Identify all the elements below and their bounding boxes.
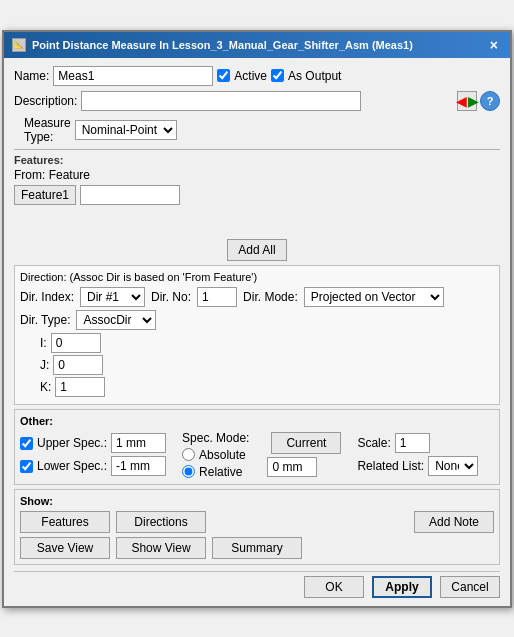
ok-button[interactable]: OK	[304, 576, 364, 598]
color-indicator: ◀ ▶	[457, 91, 477, 111]
dir-index-select[interactable]: Dir #1	[80, 287, 145, 307]
directions-button[interactable]: Directions	[116, 511, 206, 533]
spec-mode-label: Spec. Mode:	[182, 431, 249, 445]
dir-type-select[interactable]: AssocDir	[76, 310, 156, 330]
red-indicator: ◀	[456, 93, 467, 109]
mm-input[interactable]	[267, 457, 317, 477]
j-input[interactable]	[53, 355, 103, 375]
other-title: Other:	[20, 415, 494, 427]
absolute-label: Absolute	[199, 448, 246, 462]
dialog-title: Point Distance Measure In Lesson_3_Manua…	[32, 39, 413, 51]
dir-index-label: Dir. Index:	[20, 290, 74, 304]
current-button[interactable]: Current	[271, 432, 341, 454]
name-input[interactable]	[53, 66, 213, 86]
dir-mode-select[interactable]: Projected on Vector	[304, 287, 444, 307]
lower-spec-input[interactable]	[111, 456, 166, 476]
relative-label: Relative	[199, 465, 242, 479]
dir-mode-label: Dir. Mode:	[243, 290, 298, 304]
main-dialog: 📐 Point Distance Measure In Lesson_3_Man…	[2, 30, 512, 608]
features-button[interactable]: Features	[20, 511, 110, 533]
save-view-button[interactable]: Save View	[20, 537, 110, 559]
green-indicator: ▶	[468, 93, 479, 109]
i-input[interactable]	[51, 333, 101, 353]
dir-no-label: Dir. No:	[151, 290, 191, 304]
lower-spec-label: Lower Spec.:	[37, 459, 107, 473]
feature1-label: Feature1	[14, 185, 76, 205]
dir-type-label: Dir. Type:	[20, 313, 70, 327]
from-feature-label: From: Feature	[14, 168, 500, 182]
show-view-button[interactable]: Show View	[116, 537, 206, 559]
i-label: I:	[40, 336, 47, 350]
lower-spec-checkbox[interactable]	[20, 460, 33, 473]
add-note-button[interactable]: Add Note	[414, 511, 494, 533]
help-button[interactable]: ?	[480, 91, 500, 111]
description-label: Description:	[14, 94, 77, 108]
measure-type-label: MeasureType:	[24, 116, 71, 144]
active-checkbox[interactable]	[217, 69, 230, 82]
k-input[interactable]	[55, 377, 105, 397]
as-output-checkbox[interactable]	[271, 69, 284, 82]
apply-button[interactable]: Apply	[372, 576, 432, 598]
j-label: J:	[40, 358, 49, 372]
scale-label: Scale:	[357, 436, 390, 450]
upper-spec-checkbox[interactable]	[20, 437, 33, 450]
summary-button[interactable]: Summary	[212, 537, 302, 559]
relative-radio[interactable]	[182, 465, 195, 478]
description-input[interactable]	[81, 91, 361, 111]
show-title: Show:	[20, 495, 494, 507]
as-output-label: As Output	[288, 69, 341, 83]
related-list-select[interactable]: None	[428, 456, 478, 476]
feature1-input[interactable]	[80, 185, 180, 205]
active-label: Active	[234, 69, 267, 83]
upper-spec-input[interactable]	[111, 433, 166, 453]
k-label: K:	[40, 380, 51, 394]
dialog-icon: 📐	[12, 38, 26, 52]
absolute-radio[interactable]	[182, 448, 195, 461]
upper-spec-label: Upper Spec.:	[37, 436, 107, 450]
add-all-button[interactable]: Add All	[227, 239, 286, 261]
related-list-label: Related List:	[357, 459, 424, 473]
scale-input[interactable]	[395, 433, 430, 453]
dir-no-input[interactable]	[197, 287, 237, 307]
measure-type-select[interactable]: Nominal-Point	[75, 120, 177, 140]
direction-title: Direction: (Assoc Dir is based on 'From …	[20, 271, 494, 283]
name-label: Name:	[14, 69, 49, 83]
title-bar: 📐 Point Distance Measure In Lesson_3_Man…	[4, 32, 510, 58]
cancel-button[interactable]: Cancel	[440, 576, 500, 598]
features-label: Features:	[14, 154, 500, 166]
close-button[interactable]: ×	[486, 37, 502, 53]
